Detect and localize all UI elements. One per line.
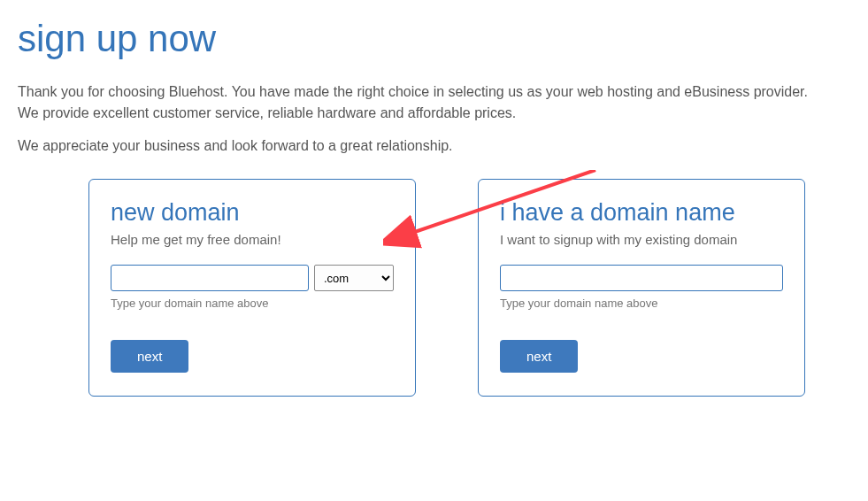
have-domain-title: i have a domain name [500, 199, 783, 227]
new-domain-helper: Type your domain name above [111, 297, 394, 310]
secondary-paragraph: We appreciate your business and look for… [18, 138, 850, 154]
have-domain-next-button[interactable]: next [500, 340, 578, 373]
page-title: sign up now [18, 18, 850, 60]
new-domain-title: new domain [111, 199, 394, 227]
have-domain-input-row [500, 265, 783, 291]
new-domain-subtitle: Help me get my free domain! [111, 232, 394, 247]
have-domain-subtitle: I want to signup with my existing domain [500, 232, 783, 247]
cards-container: new domain Help me get my free domain! .… [18, 179, 850, 397]
new-domain-next-button[interactable]: next [111, 340, 188, 373]
intro-paragraph: Thank you for choosing Bluehost. You hav… [18, 81, 832, 124]
new-domain-input-row: .com [111, 265, 394, 291]
new-domain-card: new domain Help me get my free domain! .… [88, 179, 416, 397]
have-domain-input[interactable] [500, 265, 783, 291]
have-domain-helper: Type your domain name above [500, 297, 783, 310]
have-domain-card: i have a domain name I want to signup wi… [478, 179, 805, 397]
new-domain-input[interactable] [111, 265, 309, 291]
tld-select[interactable]: .com [314, 265, 394, 291]
